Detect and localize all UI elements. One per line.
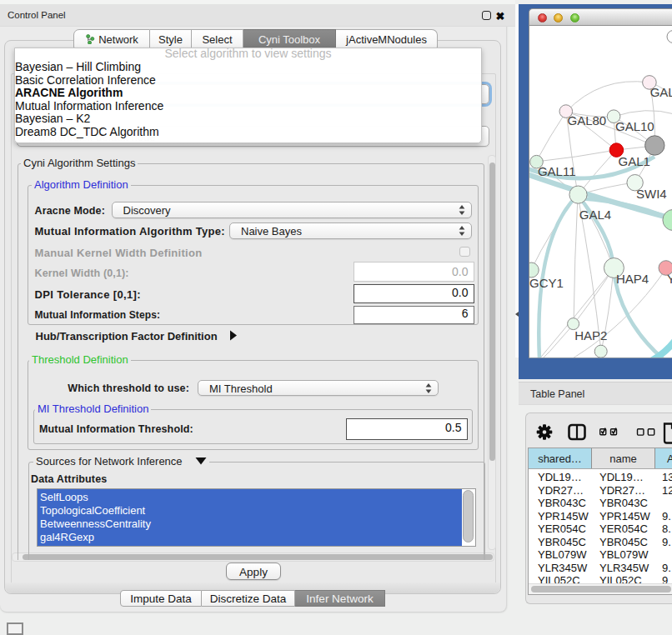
svg-text:GCY1: GCY1: [529, 276, 564, 290]
svg-text:HAP4: HAP4: [616, 272, 649, 286]
svg-text:GAL10: GAL10: [615, 119, 654, 133]
svg-text:HAP2: HAP2: [574, 328, 607, 342]
svg-text:GAL1: GAL1: [619, 154, 650, 168]
svg-text:Y: Y: [667, 272, 672, 286]
svg-text:SWI4: SWI4: [636, 187, 667, 201]
svg-text:GAL4: GAL4: [579, 208, 611, 222]
svg-text:GAL11: GAL11: [538, 164, 576, 178]
svg-text:GAL7: GAL7: [650, 85, 672, 99]
svg-text:GAL80: GAL80: [568, 113, 607, 128]
